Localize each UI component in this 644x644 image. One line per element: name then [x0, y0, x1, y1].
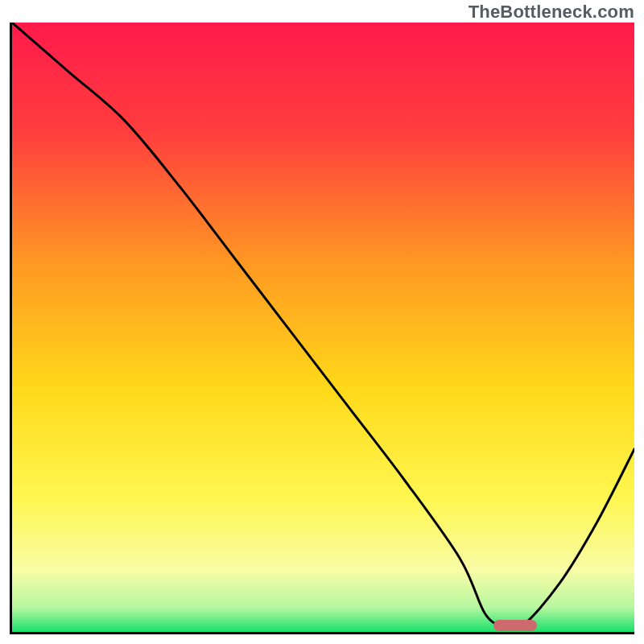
watermark-text: TheBottleneck.com	[469, 2, 634, 23]
chart-curve	[12, 23, 634, 632]
optimal-range-marker	[493, 620, 537, 631]
chart-plot-area	[10, 23, 634, 634]
